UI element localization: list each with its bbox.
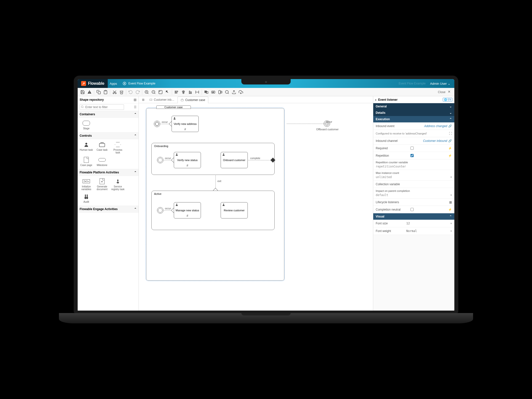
svg-point-45: [85, 197, 86, 199]
chevron-down-icon[interactable]: ▾: [450, 222, 452, 225]
save-button[interactable]: [79, 89, 86, 96]
palette-item-service-registry[interactable]: Service registry task: [111, 178, 124, 191]
zoom-in-button[interactable]: [143, 89, 150, 96]
prop-repetition[interactable]: Repetition ⚡: [373, 152, 454, 159]
language-badge[interactable]: 🌐 EN: [443, 98, 452, 101]
canvas-tab-inbound[interactable]: Customer inb…: [146, 96, 177, 103]
canvas[interactable]: Customer case occur Verify new address: [139, 103, 373, 311]
repetition-checkbox[interactable]: [410, 154, 414, 157]
translate-button[interactable]: 文: [203, 89, 210, 96]
new-tab-button[interactable]: ⊞: [140, 96, 146, 103]
filter-input[interactable]: [80, 104, 124, 110]
zoom-fit-button[interactable]: [157, 89, 164, 96]
variables-button[interactable]: x=: [210, 89, 217, 96]
prop-repetition-counter[interactable]: Repetition counter variable repetitionCo…: [373, 159, 454, 170]
case-plan-model[interactable]: Customer case occur Verify new address: [146, 108, 284, 281]
undo-button[interactable]: [127, 89, 134, 96]
palette-section-engage[interactable]: Flowable Engage Activities: [78, 206, 139, 213]
user-dropdown[interactable]: Admin User: [430, 82, 450, 85]
align-left-button[interactable]: [173, 89, 180, 96]
main-area: Shape repository ⊞ ☰ Containers: [78, 96, 454, 311]
pan-button[interactable]: [164, 89, 171, 96]
prop-parent-completion[interactable]: Impact on parent completion default▾: [373, 188, 454, 199]
add-shape-icon[interactable]: ⊞: [134, 98, 137, 102]
palette-item-audit[interactable]: Audit: [80, 194, 93, 203]
apps-link[interactable]: Apps: [110, 82, 117, 85]
prop-font-weight[interactable]: Font weight Normal ▾: [373, 227, 454, 235]
palette-item-case-task[interactable]: Case task: [95, 142, 109, 154]
event-listener-onboarding[interactable]: [157, 157, 163, 163]
props-section-visual[interactable]: Visual: [373, 213, 454, 220]
task-verify-new-address[interactable]: Verify new address #: [172, 116, 199, 132]
chevron-down-icon[interactable]: ▾: [450, 175, 452, 179]
svg-rect-25: [191, 92, 192, 93]
palette-item-stage[interactable]: Stage: [80, 120, 93, 130]
palette-section-platform[interactable]: Flowable Platform Activities: [78, 169, 139, 176]
svg-point-41: [81, 106, 83, 108]
svg-rect-49: [150, 99, 152, 100]
palette-item-case-page[interactable]: Case page: [80, 157, 93, 166]
chevron-down-icon[interactable]: ▾: [450, 193, 452, 197]
prop-inbound-event[interactable]: Inbound event Address changed 🔗: [373, 122, 454, 130]
download-button[interactable]: [237, 89, 244, 96]
palette-item-milestone[interactable]: Milestone: [95, 157, 109, 166]
close-icon[interactable]: [447, 90, 451, 94]
required-checkbox[interactable]: [410, 147, 414, 150]
prop-collection-variable[interactable]: Collection variable: [373, 181, 454, 188]
svg-rect-33: [219, 90, 221, 94]
prop-completion-neutral[interactable]: Completion neutral ⚡: [373, 206, 454, 213]
task-review-customer[interactable]: Review customer: [221, 202, 248, 218]
completion-neutral-checkbox[interactable]: [410, 208, 414, 211]
task-verify-new-status[interactable]: Verify new status #: [174, 152, 201, 168]
align-bottom-button[interactable]: [187, 89, 194, 96]
prop-font-size[interactable]: Font size 12 ▾: [373, 220, 454, 227]
event-listener-offboard[interactable]: [324, 120, 330, 127]
event-listener-active[interactable]: [157, 207, 163, 214]
expand-icon[interactable]: ⛶: [449, 132, 452, 135]
palette-item-generate-document[interactable]: + Generate document: [95, 178, 109, 191]
link-icon[interactable]: 🔗: [448, 124, 452, 128]
palette-section-containers[interactable]: Containers: [78, 111, 139, 118]
exit-sentry[interactable]: [270, 158, 275, 163]
palette-item-init-variables[interactable]: [x]= Initialize variables: [80, 178, 93, 191]
prop-required[interactable]: Required ⚡: [373, 145, 454, 152]
prop-max-instance[interactable]: Max instance count unlimited▾: [373, 170, 454, 181]
redo-button[interactable]: [134, 89, 141, 96]
canvas-tab-customer-case[interactable]: Customer case: [177, 97, 208, 103]
search-button[interactable]: [224, 89, 231, 96]
props-section-details[interactable]: Details: [373, 110, 454, 116]
export-button[interactable]: [231, 89, 237, 96]
close-label[interactable]: Close: [438, 90, 445, 94]
validate-button[interactable]: [86, 89, 93, 96]
stage-onboarding[interactable]: Onboarding occur Verify new status: [151, 143, 275, 175]
distribute-h-button[interactable]: [194, 89, 201, 96]
stage-active[interactable]: Active occur Manage new status: [151, 191, 275, 230]
task-manage-new-status[interactable]: Manage new status #: [174, 202, 201, 218]
cut-button[interactable]: [111, 89, 118, 96]
collapse-icon[interactable]: ▸: [375, 98, 377, 101]
prop-inbound-channel[interactable]: Inbound channel Customer inbound 🔗: [373, 137, 454, 145]
paste-button[interactable]: [102, 89, 109, 96]
zoom-out-button[interactable]: [150, 89, 157, 96]
repetition-marker-icon: #: [187, 214, 188, 217]
palette-item-human-task[interactable]: Human task: [80, 142, 93, 154]
link-icon[interactable]: 🔗: [448, 139, 452, 143]
logo-area[interactable]: ↗ Flowable: [78, 79, 108, 88]
delete-button[interactable]: [118, 89, 125, 96]
chevron-down-icon[interactable]: ▾: [450, 229, 452, 233]
palette-header: Shape repository ⊞: [78, 96, 139, 103]
event-listener-address[interactable]: [154, 121, 160, 127]
palette-item-process-task[interactable]: Process task: [111, 142, 124, 154]
props-section-execution[interactable]: Execution: [373, 116, 454, 122]
prop-lifecycle-listeners[interactable]: Lifecycle listeners ▦: [373, 199, 454, 206]
palette-section-controls[interactable]: Controls: [78, 133, 139, 139]
align-center-h-button[interactable]: [180, 89, 187, 96]
list-view-toggle-icon[interactable]: ☰: [134, 105, 137, 109]
offboard-customer-label: Offboard customer: [314, 128, 341, 131]
copy-button[interactable]: [95, 89, 102, 96]
task-onboard-customer[interactable]: Onboard customer: [221, 152, 248, 168]
props-section-general[interactable]: General: [373, 103, 454, 110]
model-icon: [123, 82, 126, 85]
grid-icon[interactable]: ▦: [449, 200, 452, 204]
preview-button[interactable]: [217, 89, 224, 96]
